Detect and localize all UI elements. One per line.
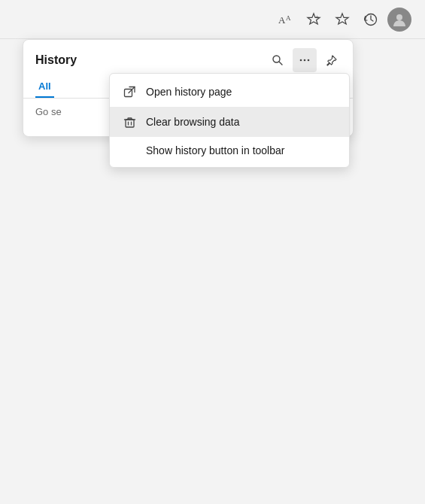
svg-point-7 [300,59,302,62]
svg-text:+: + [315,13,319,20]
show-history-button-item[interactable]: Show history button in toolbar [110,137,349,164]
history-title: History [35,53,77,67]
clear-browsing-data-item[interactable]: Clear browsing data [110,107,349,137]
history-toolbar-icon[interactable] [357,6,384,33]
tab-all[interactable]: All [35,76,54,98]
svg-text:A: A [286,14,291,22]
svg-point-8 [304,59,306,62]
history-header: History [23,40,353,73]
dropdown-menu: Open history page Clear browsing data [109,73,350,168]
history-more-icon[interactable] [293,48,317,72]
trash-icon [122,114,137,129]
svg-rect-12 [126,120,134,127]
favorites-icon[interactable] [329,6,356,33]
svg-text:A: A [278,14,286,26]
history-header-icons [266,48,344,72]
external-link-icon [122,84,137,99]
svg-point-4 [396,14,402,20]
toolbar: A A + [0,0,425,39]
font-icon[interactable]: A A [272,6,299,33]
svg-point-9 [308,59,310,62]
clear-browsing-data-label: Clear browsing data [146,116,240,128]
history-panel: History [23,39,354,137]
open-history-page-label: Open history page [146,86,232,98]
open-history-page-item[interactable]: Open history page [110,77,349,107]
history-pin-icon[interactable] [320,48,344,72]
svg-line-6 [279,62,282,65]
avatar[interactable] [387,8,411,32]
show-history-button-label: Show history button in toolbar [146,144,284,156]
add-favorite-icon[interactable]: + [300,6,327,33]
history-content-text: Go se [35,106,62,117]
history-search-icon[interactable] [266,48,290,72]
